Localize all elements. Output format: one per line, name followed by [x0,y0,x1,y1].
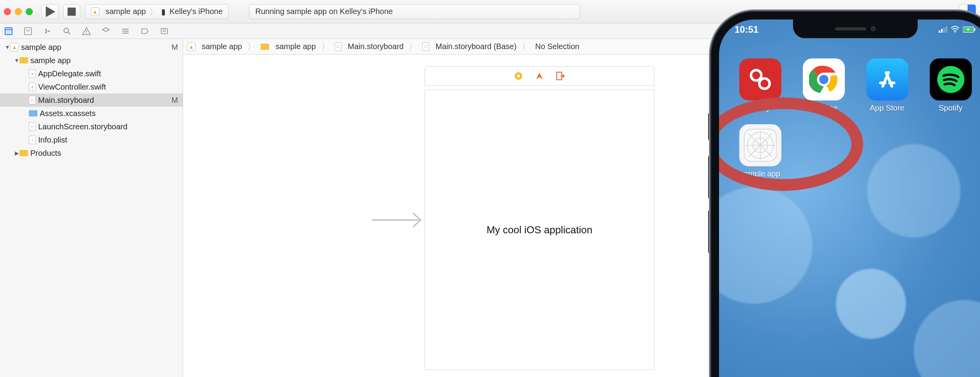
disclosure-triangle-icon[interactable]: ▼ [14,57,19,63]
svg-rect-19 [946,26,947,33]
phone-icon: ▮ [161,7,166,16]
close-window-button[interactable] [4,8,11,15]
chevron-right-icon: 〉 [409,41,417,52]
navigator-group-row[interactable]: ▼ sample app [0,54,183,67]
swift-file-icon: s [29,83,36,91]
scheme-selector[interactable]: ▲ sample app 〉 ▮ Kelley's iPhone [85,4,229,19]
file-name: Assets.xcassets [40,109,95,118]
exit-icon[interactable] [555,71,566,81]
source-control-navigator-tab[interactable] [23,26,33,37]
app-label: Spotify [939,104,962,113]
project-navigator-tab[interactable] [3,26,14,37]
svg-rect-16 [939,30,940,33]
storyboard-file-icon: □ [29,122,36,131]
folder-icon [261,44,269,50]
file-name: Info.plist [38,136,67,144]
storyboard-file-icon: □ [29,96,36,104]
svg-rect-17 [941,29,943,33]
plist-file-icon: i [29,136,36,144]
issue-navigator-tab[interactable] [81,26,92,37]
chevron-right-icon: 〉 [522,41,530,52]
appstore-icon [866,58,908,100]
products-label: Products [30,149,61,158]
navigator-products-row[interactable]: ▶ Products [0,146,183,160]
wifi-icon [950,24,960,35]
disclosure-triangle-icon[interactable]: ▶ [14,150,19,156]
stop-button[interactable] [63,4,80,19]
cellular-icon [939,24,947,35]
svg-point-7 [86,33,87,34]
test-navigator-tab[interactable] [100,26,111,37]
chrome-icon [803,58,845,100]
disclosure-triangle-icon[interactable]: ▼ [5,44,10,50]
navigator-file-row[interactable]: s AppDelegate.swift [0,67,183,80]
run-button[interactable] [41,4,58,19]
svg-point-24 [751,70,761,81]
source-control-status: M [171,43,178,52]
entry-point-arrow-icon[interactable] [370,208,428,233]
xcode-project-icon: ▲ [10,43,19,51]
scene-dock[interactable] [425,66,654,86]
spotify-icon [930,58,972,100]
svg-rect-1 [5,28,12,35]
app-appstore[interactable]: App Store [860,58,914,113]
crumb-item[interactable]: sample app [275,42,316,51]
navigator-file-row[interactable]: i Info.plist [0,133,183,146]
xcode-project-icon: ▲ [187,42,196,51]
view-controller-view[interactable]: My cool iOS application [425,90,654,370]
uilabel[interactable]: My cool iOS application [486,224,592,236]
folder-icon [19,150,28,156]
navigator-file-row[interactable]: s ViewController.swift [0,80,183,93]
iphone-device: 10:51 Authy Chrome App Stor [711,12,980,377]
breakpoint-navigator-tab[interactable] [139,26,150,37]
battery-icon [963,24,976,35]
svg-point-20 [955,32,956,33]
navigator-file-row[interactable]: □ LaunchScreen.storyboard [0,120,183,133]
app-icon: ▲ [91,7,99,16]
file-name: AppDelegate.swift [38,69,101,78]
clock-label: 10:51 [735,24,758,35]
asset-catalog-icon [29,110,37,116]
crumb-item[interactable]: Main.storyboard [348,42,404,51]
navigator-file-row[interactable]: Assets.xcassets [0,107,183,120]
find-navigator-tab[interactable] [62,26,72,37]
storyboard-file-icon: □ [422,42,429,51]
chevron-right-icon: 〉 [247,41,255,52]
app-spotify[interactable]: Spotify [924,58,978,113]
project-name: sample app [21,43,61,52]
minimize-window-button[interactable] [15,8,22,15]
symbol-navigator-tab[interactable] [42,26,53,37]
crumb-item[interactable]: Main.storyboard (Base) [435,42,516,51]
svg-rect-0 [68,7,76,16]
iphone-frame: 10:51 Authy Chrome App Stor [711,12,980,377]
status-icons [939,24,976,35]
folder-icon [19,57,28,63]
chevron-right-icon: 〉 [321,41,329,52]
iphone-notch [793,19,918,38]
navigator-file-row[interactable]: □ Main.storyboard M [0,93,183,107]
storyboard-file-icon: □ [335,42,342,51]
first-responder-icon[interactable] [534,71,545,81]
authy-icon [739,58,781,100]
svg-rect-18 [943,28,945,33]
file-name: Main.storyboard [38,96,94,105]
silent-switch [708,113,711,140]
group-name: sample app [30,56,71,65]
debug-navigator-tab[interactable] [120,26,131,37]
activity-status: Running sample app on Kelley's iPhone [249,4,580,19]
svg-point-25 [759,78,770,89]
app-label: App Store [870,104,904,113]
navigator-project-row[interactable]: ▼ ▲ sample app M [0,41,183,54]
crumb-item[interactable]: sample app [202,42,242,51]
svg-point-6 [64,28,69,33]
volume-up-button [708,156,711,199]
crumb-item[interactable]: No Selection [535,42,579,51]
file-name: ViewController.swift [38,83,106,92]
source-control-status: M [171,96,178,105]
zoom-window-button[interactable] [26,8,33,15]
svg-rect-14 [517,75,520,78]
report-navigator-tab[interactable] [159,26,170,37]
view-controller-icon[interactable] [513,71,523,81]
volume-down-button [708,210,711,253]
view-controller-scene[interactable]: My cool iOS application [425,66,654,370]
